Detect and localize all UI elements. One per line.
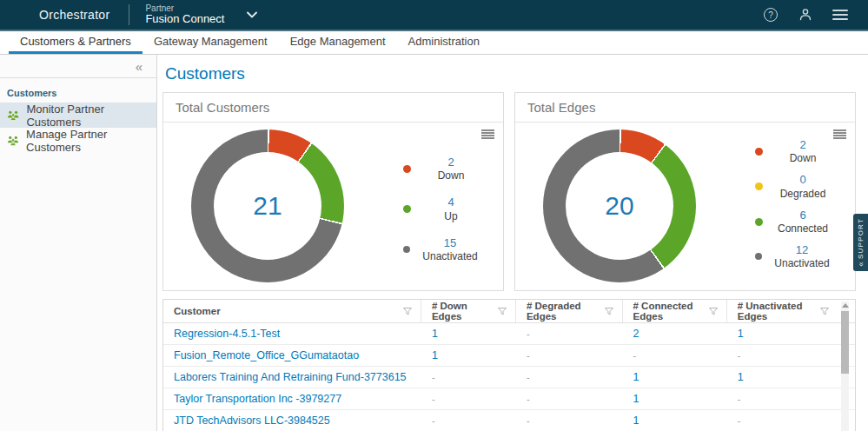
app-header: Orchestrator Partner Fusion Connect ? (0, 0, 868, 30)
chart-context-menu-icon[interactable] (481, 129, 494, 139)
column-header-unactivated-edges: # Unactivated Edges (727, 300, 855, 322)
legend-item-unactivated[interactable]: 12Unactivated (755, 243, 843, 270)
sidebar-collapse-icon[interactable]: « (136, 59, 142, 74)
tab-administration[interactable]: Administration (397, 31, 491, 54)
connected-edges-count[interactable]: 1 (633, 393, 639, 405)
connected-edges-count[interactable]: 2 (633, 328, 639, 340)
table-row: JTD TechAdvisors LLC-3984525 - - 1 - (163, 410, 855, 431)
table-row: Laborers Training And Retraining Fund-37… (163, 367, 855, 388)
unactivated-edges-count[interactable]: - (738, 394, 741, 404)
tab-gateway-management[interactable]: Gateway Management (142, 31, 279, 54)
legend-item-up[interactable]: 4Up (403, 196, 491, 222)
sidebar-item-label: Monitor Partner Customers (26, 103, 156, 129)
degraded-edges-count[interactable]: - (527, 350, 530, 361)
table-row: Regression-4.5.1-Test 1 - 2 1 (163, 323, 855, 345)
down-edges-count[interactable]: - (432, 394, 435, 404)
legend-item-unactivated[interactable]: 15Unactivated (403, 236, 491, 263)
scrollbar-up-icon[interactable] (842, 303, 849, 308)
up-dot-icon (403, 205, 411, 213)
user-icon (798, 7, 813, 23)
unactivated-edges-count[interactable]: 1 (738, 371, 744, 383)
customer-link[interactable]: Laborers Training And Retraining Fund-37… (174, 371, 407, 383)
customers-table: Customer # Down Edges # Degraded Edges #… (162, 299, 856, 431)
customers-total-value: 21 (253, 191, 282, 221)
context-value: Fusion Connect (145, 13, 224, 26)
column-header-degraded-edges: # Degraded Edges (516, 300, 623, 322)
down-edges-count[interactable]: - (432, 372, 435, 382)
down-dot-icon (755, 148, 763, 156)
column-header-down-edges: # Down Edges (421, 300, 516, 322)
filter-icon[interactable] (709, 308, 718, 315)
connected-edges-count[interactable]: - (633, 350, 637, 361)
down-dot-icon (403, 165, 411, 173)
table-row: Taylor Transportation Inc -3979277 - - 1… (163, 388, 855, 410)
legend-label: Degraded (763, 188, 843, 201)
filter-icon[interactable] (605, 308, 613, 315)
unactivated-edges-count[interactable]: 1 (738, 328, 744, 340)
legend-value: 15 (410, 236, 490, 250)
legend-item-degraded[interactable]: 0Degraded (755, 173, 843, 200)
sidebar-section-label: Customers (0, 78, 156, 103)
help-button[interactable]: ? (762, 6, 779, 23)
legend-value: 4 (411, 196, 491, 209)
legend-item-connected[interactable]: 6Connected (755, 209, 843, 235)
customers-group-icon (7, 135, 19, 146)
filter-icon[interactable] (403, 308, 412, 315)
column-header-connected-edges: # Connected Edges (623, 300, 727, 322)
down-edges-count[interactable]: 1 (432, 328, 438, 340)
edges-legend: 2Down 0Degraded 6Connected 12Unacti (755, 138, 843, 270)
connected-edges-count[interactable]: 1 (633, 414, 639, 427)
sidebar-item-monitor-partner-customers[interactable]: Monitor Partner Customers (0, 103, 156, 128)
filter-icon[interactable] (820, 308, 829, 315)
customer-link[interactable]: Regression-4.5.1-Test (174, 328, 280, 340)
page-title: Customers (165, 64, 856, 83)
unactivated-dot-icon (755, 253, 762, 260)
customers-legend: 2Down 4Up 15Unactivated (403, 156, 491, 263)
user-menu-button[interactable] (797, 6, 814, 23)
sidebar-item-label: Manage Partner Customers (26, 128, 156, 154)
edges-donut-chart[interactable]: 20 (543, 129, 696, 282)
degraded-edges-count[interactable]: - (527, 372, 530, 382)
support-tab[interactable]: « SUPPORT (853, 214, 868, 271)
main-content: Customers Total Customers 21 2Down (157, 55, 868, 431)
tab-customers-partners[interactable]: Customers & Partners (9, 31, 142, 54)
degraded-edges-count[interactable]: - (527, 394, 530, 404)
table-scrollbar[interactable] (841, 302, 849, 431)
customer-link[interactable]: JTD TechAdvisors LLC-3984525 (174, 414, 330, 427)
filter-icon[interactable] (498, 308, 507, 315)
table-body: Regression-4.5.1-Test 1 - 2 1 Fusion_Rem… (163, 323, 855, 431)
tab-edge-management[interactable]: Edge Management (279, 31, 397, 54)
legend-value: 2 (763, 138, 843, 152)
table-header-row: Customer # Down Edges # Degraded Edges #… (163, 300, 855, 323)
legend-label: Down (411, 169, 491, 182)
legend-label: Unactivated (762, 257, 842, 270)
sidebar-item-manage-partner-customers[interactable]: Manage Partner Customers (0, 128, 156, 153)
total-edges-card: Total Edges 20 2Down (514, 92, 856, 291)
down-edges-count[interactable]: 1 (432, 349, 438, 361)
chevron-down-icon (247, 11, 257, 18)
hamburger-icon (832, 10, 848, 20)
down-edges-count[interactable]: - (432, 415, 435, 426)
customer-link[interactable]: Fusion_Remote_Office_GGumataotao (174, 349, 359, 361)
legend-item-down[interactable]: 2Down (403, 156, 491, 182)
degraded-edges-count[interactable]: - (527, 328, 530, 339)
customers-donut-chart[interactable]: 21 (191, 129, 344, 282)
legend-label: Connected (763, 222, 843, 235)
chevron-expand-icon: « (857, 262, 865, 267)
help-icon: ? (764, 8, 778, 22)
unactivated-dot-icon (403, 246, 410, 253)
partner-context-dropdown[interactable]: Partner Fusion Connect (145, 3, 257, 26)
customers-group-icon (7, 109, 19, 121)
unactivated-edges-count[interactable]: - (738, 350, 741, 361)
table-row: Fusion_Remote_Office_GGumataotao 1 - - - (163, 345, 855, 367)
legend-item-down[interactable]: 2Down (755, 138, 843, 165)
app-menu-button[interactable] (832, 6, 849, 23)
legend-value: 6 (763, 209, 843, 222)
header-divider (129, 4, 129, 25)
customer-link[interactable]: Taylor Transportation Inc -3979277 (174, 393, 341, 405)
scrollbar-thumb[interactable] (841, 311, 849, 374)
connected-edges-count[interactable]: 1 (633, 371, 639, 383)
degraded-edges-count[interactable]: - (527, 415, 530, 426)
unactivated-edges-count[interactable]: - (738, 415, 741, 426)
legend-label: Down (763, 152, 843, 165)
